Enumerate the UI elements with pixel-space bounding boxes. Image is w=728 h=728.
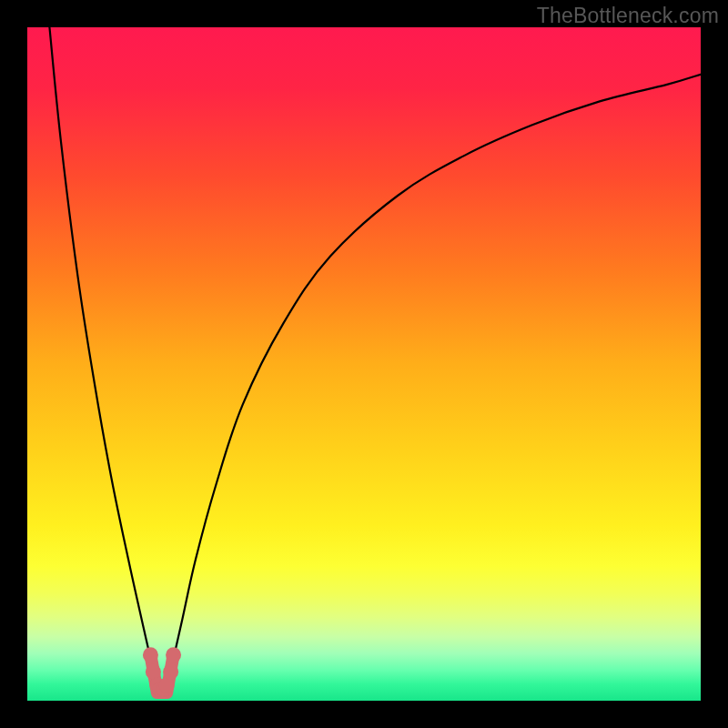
marker-dot — [146, 664, 161, 680]
gradient-background — [27, 27, 701, 701]
marker-dot — [159, 677, 175, 693]
chart-frame: TheBottleneck.com — [0, 0, 728, 728]
watermark-label: TheBottleneck.com — [537, 4, 719, 28]
marker-dot — [143, 647, 158, 662]
plot-svg — [27, 27, 701, 701]
plot-area — [27, 27, 701, 701]
marker-dot — [166, 647, 181, 662]
marker-dot — [163, 664, 178, 680]
